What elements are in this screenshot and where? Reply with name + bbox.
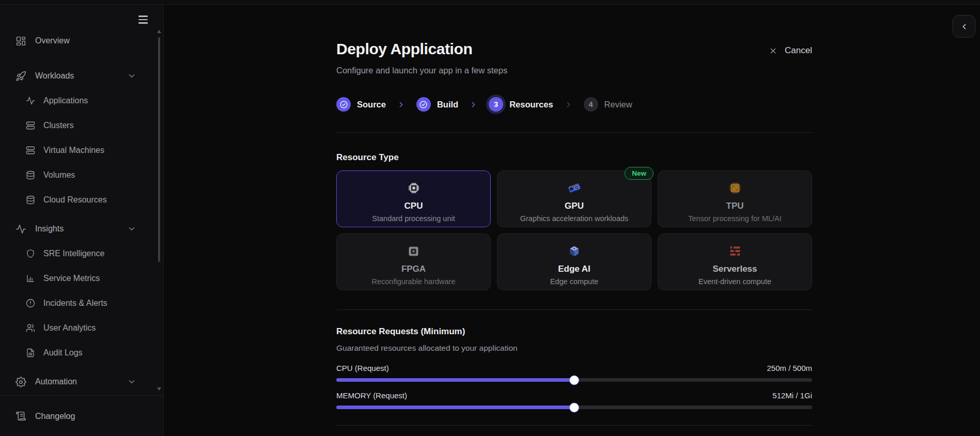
memory-request-row: MEMORY (Request) 512Mi / 1Gi xyxy=(336,391,812,409)
step-review[interactable]: 4 Review xyxy=(584,97,632,112)
sidebar-footer: Changelog xyxy=(0,395,163,436)
server-icon xyxy=(26,146,35,155)
memory-request-value: 512Mi / 1Gi xyxy=(772,391,812,400)
file-text-icon xyxy=(26,348,35,357)
card-title: FPGA xyxy=(337,264,490,274)
step-number-badge: 4 xyxy=(584,97,598,112)
top-strip xyxy=(0,0,980,5)
sidebar-item-changelog[interactable]: Changelog xyxy=(0,396,163,436)
cpu-request-row: CPU (Request) 250m / 500m xyxy=(336,364,812,382)
database-icon xyxy=(26,195,35,205)
collapse-panel-button[interactable] xyxy=(953,15,975,38)
server-icon xyxy=(26,121,35,130)
resource-requests-subtitle: Guaranteed resources allocated to your a… xyxy=(336,344,812,353)
serverless-icon xyxy=(728,243,742,259)
sidebar-item-label: Incidents & Alerts xyxy=(43,299,107,308)
main-panel: Deploy Application Configure and launch … xyxy=(164,5,980,436)
chevron-right-icon xyxy=(397,100,406,109)
sidebar-item-workloads[interactable]: Workloads xyxy=(0,64,158,88)
memory-request-slider[interactable] xyxy=(336,406,812,409)
step-build[interactable]: Build xyxy=(416,97,458,112)
card-subtitle: Edge compute xyxy=(497,277,651,286)
cancel-button[interactable]: Cancel xyxy=(769,45,812,56)
page-title: Deploy Application xyxy=(336,40,507,58)
chevron-right-icon xyxy=(469,100,478,109)
sidebar-item-clusters[interactable]: Clusters xyxy=(0,113,158,138)
grid-icon xyxy=(15,36,26,46)
sidebar-item-label: Automation xyxy=(35,377,77,386)
step-source[interactable]: Source xyxy=(336,97,386,112)
sidebar-item-label: Volumes xyxy=(43,170,75,180)
users-icon xyxy=(26,323,35,333)
card-title: TPU xyxy=(658,201,812,211)
sidebar-item-volumes[interactable]: Volumes xyxy=(0,163,158,188)
deploy-wizard: Deploy Application Configure and launch … xyxy=(336,5,812,436)
new-badge: New xyxy=(625,167,654,180)
sidebar-item-insights[interactable]: Insights xyxy=(0,216,158,241)
page-subtitle: Configure and launch your app in a few s… xyxy=(336,66,507,75)
card-title: Edge AI xyxy=(497,264,651,274)
step-label: Review xyxy=(604,100,632,110)
sidebar-item-applications[interactable]: Applications xyxy=(0,88,158,113)
wizard-stepper: Source Build 3 Resources 4 xyxy=(336,97,812,112)
sidebar-item-automation[interactable]: Automation xyxy=(0,369,158,394)
card-subtitle: Standard processing unit xyxy=(337,214,490,223)
memory-request-label: MEMORY (Request) xyxy=(336,391,407,400)
card-subtitle: Event-driven compute xyxy=(658,277,812,286)
step-label: Source xyxy=(357,100,386,110)
resource-card-fpga[interactable]: FPGA Reconfigurable hardware xyxy=(336,233,491,290)
divider xyxy=(336,309,812,310)
resource-card-edge-ai[interactable]: Edge AI Edge compute xyxy=(497,233,651,290)
chevron-down-icon xyxy=(127,224,136,233)
resource-card-cpu[interactable]: CPU Standard processing unit xyxy=(336,170,491,227)
divider xyxy=(336,425,812,426)
sidebar-item-label: Overview xyxy=(35,36,70,45)
menu-icon xyxy=(138,15,148,17)
sidebar-item-overview[interactable]: Overview xyxy=(0,28,158,53)
card-subtitle: Graphics acceleration workloads xyxy=(497,214,651,223)
sidebar-item-label: SRE Intelligence xyxy=(43,249,104,258)
card-title: GPU xyxy=(497,201,651,211)
sidebar-item-cloud-resources[interactable]: Cloud Resources xyxy=(0,188,158,212)
slider-fill xyxy=(336,378,574,382)
step-label: Resources xyxy=(509,100,553,110)
resource-card-serverless[interactable]: Serverless Event-driven compute xyxy=(658,233,812,290)
alert-circle-icon xyxy=(26,299,35,308)
slider-thumb[interactable] xyxy=(569,402,579,412)
sidebar-item-label: Clusters xyxy=(43,121,74,130)
sidebar: Overview Workloads Applications Clusters xyxy=(0,0,164,436)
sidebar-item-incidents-alerts[interactable]: Incidents & Alerts xyxy=(0,291,158,316)
sidebar-item-label: Applications xyxy=(43,96,88,105)
sidebar-toggle-button[interactable] xyxy=(138,14,151,25)
resource-card-tpu[interactable]: TPU Tensor processing for ML/AI xyxy=(658,170,812,227)
close-icon xyxy=(769,46,777,55)
chevron-left-icon xyxy=(960,22,969,31)
fpga-chip-icon xyxy=(407,243,421,259)
card-subtitle: Tensor processing for ML/AI xyxy=(658,214,812,223)
sidebar-item-service-metrics[interactable]: Service Metrics xyxy=(0,266,158,291)
cpu-request-label: CPU (Request) xyxy=(336,364,389,372)
sidebar-item-label: Virtual Machines xyxy=(43,146,104,155)
sidebar-item-label: Service Metrics xyxy=(43,274,100,283)
slider-thumb[interactable] xyxy=(569,375,579,385)
cpu-request-slider[interactable] xyxy=(336,378,812,382)
sidebar-item-user-analytics[interactable]: User Analytics xyxy=(0,316,158,340)
resource-card-gpu[interactable]: New GPU Graphics acceleration workloads xyxy=(497,170,651,227)
scrollbar-thumb[interactable] xyxy=(158,37,160,262)
cpu-chip-icon xyxy=(407,180,421,196)
step-number-badge: 3 xyxy=(489,97,503,112)
sidebar-item-virtual-machines[interactable]: Virtual Machines xyxy=(0,138,158,163)
bar-chart-icon xyxy=(26,274,35,283)
rocket-icon xyxy=(15,71,26,82)
scrollbar-up-arrow[interactable] xyxy=(157,30,161,33)
sidebar-scrollbar[interactable] xyxy=(157,26,161,395)
cancel-label: Cancel xyxy=(785,45,812,56)
step-resources[interactable]: 3 Resources xyxy=(489,97,553,112)
scrollbar-down-arrow[interactable] xyxy=(157,387,161,391)
sidebar-item-label: Workloads xyxy=(35,71,74,81)
sidebar-item-sre-intelligence[interactable]: SRE Intelligence xyxy=(0,241,158,266)
card-title: Serverless xyxy=(658,264,812,274)
chevron-down-icon xyxy=(127,377,136,386)
sidebar-item-audit-logs[interactable]: Audit Logs xyxy=(0,340,158,365)
resource-type-grid: CPU Standard processing unit New GPU Gra… xyxy=(336,170,812,290)
